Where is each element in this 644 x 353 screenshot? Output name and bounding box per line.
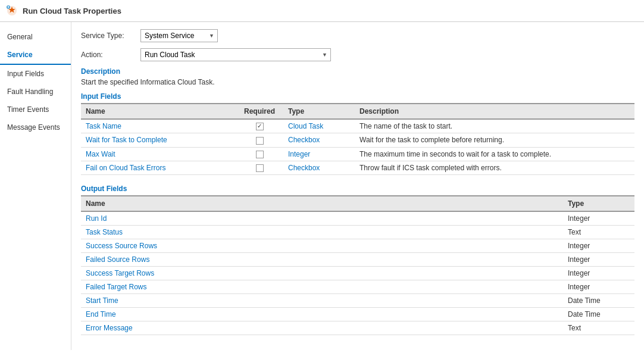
sidebar-item-service[interactable]: Service — [0, 46, 71, 65]
output-row-type: Integer — [563, 211, 634, 226]
description-title: Description — [81, 67, 634, 76]
input-fields-title: Input Fields — [81, 92, 634, 101]
sidebar: General Service Input Fields Fault Handl… — [0, 22, 71, 350]
service-type-row: Service Type: System Service — [81, 29, 634, 42]
output-row-type: Date Time — [563, 294, 634, 308]
output-row-type: Integer — [563, 253, 634, 267]
input-row-type: Checkbox — [283, 133, 355, 147]
output-row-type: Integer — [563, 239, 634, 253]
output-table-row: Failed Source RowsInteger — [81, 253, 634, 267]
action-row: Action: Run Cloud Task — [81, 48, 634, 61]
input-row-required — [236, 119, 283, 133]
action-label: Action: — [81, 51, 140, 59]
output-table-header-row: Name Type — [81, 196, 634, 211]
service-type-select-wrapper: System Service — [140, 29, 218, 42]
output-row-name[interactable]: Success Target Rows — [81, 267, 563, 280]
output-table-row: Success Source RowsInteger — [81, 239, 634, 253]
output-fields-table: Name Type Run IdIntegerTask StatusTextSu… — [81, 195, 634, 335]
sidebar-item-general[interactable]: General — [0, 28, 71, 46]
output-col-type: Type — [563, 196, 634, 211]
input-table-row: Wait for Task to CompleteCheckboxWait fo… — [81, 133, 634, 147]
output-row-type: Integer — [563, 267, 634, 280]
output-row-name[interactable]: Failed Source Rows — [81, 253, 563, 267]
input-table-header-row: Name Required Type Description — [81, 104, 634, 119]
output-row-type: Text — [563, 321, 634, 335]
sidebar-item-fault-handling[interactable]: Fault Handling — [0, 83, 71, 101]
input-col-name: Name — [81, 104, 236, 119]
description-text: Start the specified Informatica Cloud Ta… — [81, 78, 634, 86]
output-table-row: Start TimeDate Time — [81, 294, 634, 308]
output-table-row: Run IdInteger — [81, 211, 634, 226]
service-type-select[interactable]: System Service — [140, 29, 218, 42]
input-table-row: Fail on Cloud Task ErrorsCheckboxThrow f… — [81, 161, 634, 174]
output-row-name[interactable]: Success Source Rows — [81, 239, 563, 253]
input-row-type: Cloud Task — [283, 119, 355, 133]
content-area: Service Type: System Service Action: Run… — [71, 22, 644, 350]
sidebar-item-input-fields[interactable]: Input Fields — [0, 65, 71, 83]
input-row-type: Integer — [283, 147, 355, 161]
input-table-row: Max WaitIntegerThe maximum time in secon… — [81, 147, 634, 161]
input-fields-table: Name Required Type Description Task Name… — [81, 103, 634, 175]
input-col-type: Type — [283, 104, 355, 119]
input-col-required: Required — [236, 104, 283, 119]
input-row-required — [236, 161, 283, 174]
header-title: Run Cloud Task Properties — [23, 7, 121, 15]
output-row-name[interactable]: End Time — [81, 308, 563, 321]
main-layout: General Service Input Fields Fault Handl… — [0, 22, 644, 350]
input-row-description: The maximum time in seconds to wait for … — [355, 147, 634, 161]
input-row-description: Wait for the task to complete before ret… — [355, 133, 634, 147]
output-row-type: Text — [563, 226, 634, 239]
output-table-row: Error MessageText — [81, 321, 634, 335]
output-row-type: Date Time — [563, 308, 634, 321]
sidebar-item-message-events[interactable]: Message Events — [0, 118, 71, 136]
input-row-description: Throw fault if ICS task completed with e… — [355, 161, 634, 174]
input-row-name[interactable]: Fail on Cloud Task Errors — [81, 161, 236, 174]
service-type-label: Service Type: — [81, 32, 140, 40]
input-row-required — [236, 147, 283, 161]
output-row-name[interactable]: Run Id — [81, 211, 563, 226]
input-table-row: Task NameCloud TaskThe name of the task … — [81, 119, 634, 133]
input-row-required — [236, 133, 283, 147]
output-table-row: Task StatusText — [81, 226, 634, 239]
app-icon — [6, 5, 18, 17]
input-row-description: The name of the task to start. — [355, 119, 634, 133]
sidebar-item-timer-events[interactable]: Timer Events — [0, 101, 71, 118]
output-col-name: Name — [81, 196, 563, 211]
output-row-name[interactable]: Error Message — [81, 321, 563, 335]
output-row-type: Integer — [563, 280, 634, 294]
output-row-name[interactable]: Start Time — [81, 294, 563, 308]
input-col-desc: Description — [355, 104, 634, 119]
output-row-name[interactable]: Task Status — [81, 226, 563, 239]
action-select-wrapper: Run Cloud Task — [140, 48, 331, 61]
input-row-name[interactable]: Task Name — [81, 119, 236, 133]
input-row-name[interactable]: Max Wait — [81, 147, 236, 161]
output-table-row: Success Target RowsInteger — [81, 267, 634, 280]
input-row-name[interactable]: Wait for Task to Complete — [81, 133, 236, 147]
header: Run Cloud Task Properties — [0, 0, 644, 22]
output-table-row: End TimeDate Time — [81, 308, 634, 321]
input-row-type: Checkbox — [283, 161, 355, 174]
output-fields-title: Output Fields — [81, 185, 634, 193]
output-row-name[interactable]: Failed Target Rows — [81, 280, 563, 294]
output-table-row: Failed Target RowsInteger — [81, 280, 634, 294]
action-select[interactable]: Run Cloud Task — [140, 48, 331, 61]
